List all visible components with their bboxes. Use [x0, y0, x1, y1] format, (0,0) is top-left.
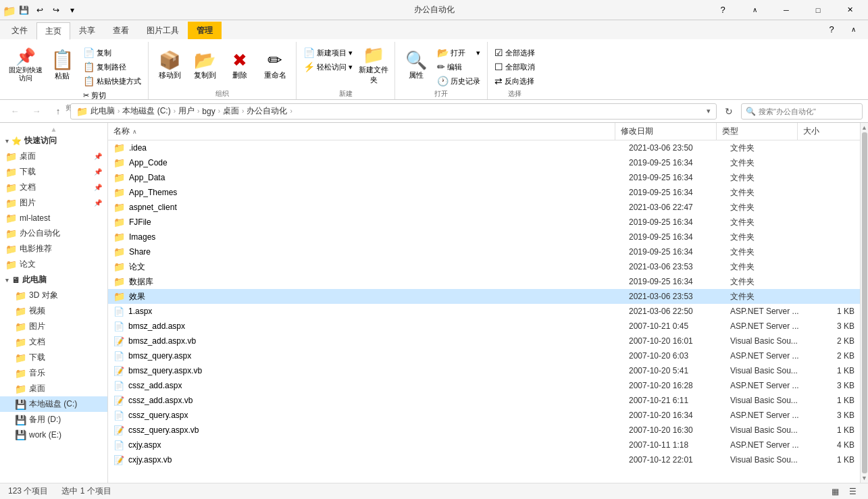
breadcrumb-bgy[interactable]: bgy — [202, 107, 215, 116]
refresh-button[interactable]: ↻ — [719, 103, 738, 120]
copy-to-button[interactable]: 📂 复制到 — [188, 43, 222, 88]
table-row[interactable]: 📁 .idea 2021-03-06 23:50 文件夹 — [108, 140, 860, 155]
table-row[interactable]: 📁 App_Themes 2019-09-25 16:34 文件夹 — [108, 185, 860, 200]
table-row[interactable]: 📁 效果 2021-03-06 23:53 文件夹 — [108, 289, 860, 304]
breadcrumb-users[interactable]: 用户 — [178, 105, 195, 117]
qat-redo-button[interactable]: ↪ — [49, 3, 63, 18]
table-row[interactable]: 📄 cssz_query.aspx 2007-10-20 16:34 ASP.N… — [108, 408, 860, 423]
table-row[interactable]: 📁 App_Code 2019-09-25 16:34 文件夹 — [108, 155, 860, 170]
maximize-button[interactable]: □ — [802, 0, 834, 20]
pin-to-quick-access-button[interactable]: 📌 固定到快速访问 — [7, 43, 44, 88]
search-box[interactable]: 🔍 — [741, 103, 863, 120]
close-button[interactable]: ✕ — [834, 0, 865, 20]
table-row[interactable]: 📁 App_Data 2019-09-25 16:34 文件夹 — [108, 170, 860, 185]
view-list-button[interactable]: ☰ — [845, 485, 860, 498]
table-row[interactable]: 📁 FJFile 2019-09-25 16:34 文件夹 — [108, 215, 860, 230]
qat-save-button[interactable]: 💾 — [16, 3, 31, 18]
sidebar-item-ml[interactable]: 📁 ml-latest — [0, 211, 107, 226]
view-grid-button[interactable]: ▦ — [827, 485, 842, 498]
table-row[interactable]: 📄 bmsz_add.aspx 2007-10-21 0:45 ASP.NET … — [108, 319, 860, 334]
collapse-ribbon-button[interactable]: ∧ — [739, 0, 770, 20]
minimize-button[interactable]: ─ — [771, 0, 802, 20]
sidebar-scroll-up[interactable]: ▲ — [0, 126, 107, 133]
paste-button[interactable]: 📋 粘贴 — [45, 43, 79, 88]
sidebar-item-c[interactable]: 💾 本地磁盘 (C:) — [0, 396, 107, 412]
tab-manage[interactable]: 管理 — [188, 22, 222, 39]
sidebar-item-music[interactable]: 📁 音乐 — [0, 365, 107, 381]
select-all-button[interactable]: ☑ 全部选择 — [492, 46, 538, 59]
tab-picture-tools[interactable]: 图片工具 — [138, 22, 188, 39]
tab-file[interactable]: 文件 — [3, 22, 36, 39]
breadcrumb-thispc[interactable]: 此电脑 — [91, 105, 115, 117]
sidebar-item-video[interactable]: 📁 视频 — [0, 303, 107, 319]
rename-button[interactable]: ✏ 重命名 — [258, 43, 292, 88]
sidebar-item-docs2[interactable]: 📁 文档 — [0, 334, 107, 350]
easy-access-button[interactable]: ⚡ 轻松访问 ▾ — [301, 60, 355, 74]
table-row[interactable]: 📁 aspnet_client 2021-03-06 22:47 文件夹 — [108, 200, 860, 215]
sidebar-item-movies[interactable]: 📁 电影推荐 — [0, 241, 107, 257]
right-scrollbar[interactable]: ▲ ▼ — [860, 123, 868, 483]
paste-shortcut-button[interactable]: 📋 粘贴快捷方式 — [80, 74, 144, 88]
sidebar-item-desktop2[interactable]: 📁 桌面 — [0, 381, 107, 396]
properties-button[interactable]: 🔍 属性 — [399, 43, 433, 88]
new-folder-button[interactable]: 📁 新建文件夹 — [357, 43, 390, 88]
table-row[interactable]: 📄 bmsz_query.aspx 2007-10-20 6:03 ASP.NE… — [108, 348, 860, 363]
sidebar-item-desktop1[interactable]: 📁 桌面 📌 — [0, 149, 107, 164]
col-header-size[interactable]: 大小 — [798, 123, 852, 140]
tab-view[interactable]: 查看 — [104, 22, 138, 39]
breadcrumb-folder[interactable]: 办公自动化 — [247, 105, 287, 117]
table-row[interactable]: 📝 cssz_query.aspx.vb 2007-10-20 16:30 Vi… — [108, 423, 860, 438]
invert-selection-button[interactable]: ⇄ 反向选择 — [492, 74, 538, 88]
history-button[interactable]: 🕐 历史记录 — [434, 74, 483, 88]
col-header-name[interactable]: 名称 ∧ — [108, 123, 615, 140]
sidebar-item-office[interactable]: 📁 办公自动化 — [0, 226, 107, 241]
cut-button[interactable]: ✂ 剪切 — [80, 88, 144, 102]
table-row[interactable]: 📝 cxjy.aspx.vb 2007-10-12 22:01 Visual B… — [108, 452, 860, 467]
table-row[interactable]: 📄 cxjy.aspx 2007-10-11 1:18 ASP.NET Serv… — [108, 438, 860, 452]
table-row[interactable]: 📝 cssz_add.aspx.vb 2007-10-21 6:11 Visua… — [108, 393, 860, 408]
qat-undo-button[interactable]: ↩ — [32, 3, 47, 18]
new-item-button[interactable]: 📄 新建项目 ▾ — [301, 46, 355, 59]
file-list-body[interactable]: 📁 .idea 2021-03-06 23:50 文件夹 📁 App_Code … — [108, 140, 860, 483]
deselect-all-button[interactable]: ☐ 全部取消 — [492, 60, 538, 74]
copy-path-button[interactable]: 📋 复制路径 — [80, 60, 144, 74]
ribbon-help-button[interactable]: ? — [822, 19, 841, 39]
tab-home[interactable]: 主页 — [36, 22, 70, 40]
sidebar-item-e[interactable]: 💾 work (E:) — [0, 427, 107, 442]
ribbon-collapse-button[interactable]: ∧ — [844, 19, 863, 39]
col-header-type[interactable]: 类型 — [717, 123, 798, 140]
table-row[interactable]: 📁 数据库 2019-09-25 16:34 文件夹 — [108, 274, 860, 289]
address-dropdown-button[interactable]: ▾ — [707, 107, 711, 115]
back-button[interactable]: ← — [5, 103, 24, 120]
open-button[interactable]: 📂 打开 ▾ — [434, 46, 483, 59]
copy-button[interactable]: 📄 复制 — [80, 46, 144, 59]
table-row[interactable]: 📝 bmsz_query.aspx.vb 2007-10-20 5:41 Vis… — [108, 363, 860, 378]
sidebar-item-thesis[interactable]: 📁 论文 — [0, 257, 107, 272]
edit-button[interactable]: ✏ 编辑 — [434, 60, 483, 74]
scroll-thumb[interactable] — [862, 132, 867, 473]
scroll-up-arrow[interactable]: ▲ — [861, 123, 867, 131]
sidebar-item-pictures1[interactable]: 📁 图片 📌 — [0, 195, 107, 211]
sidebar-item-downloads1[interactable]: 📁 下载 📌 — [0, 164, 107, 180]
qat-dropdown-button[interactable]: ▾ — [65, 3, 80, 18]
table-row[interactable]: 📁 Images 2019-09-25 16:34 文件夹 — [108, 230, 860, 244]
table-row[interactable]: 📝 bmsz_add.aspx.vb 2007-10-20 16:01 Visu… — [108, 334, 860, 348]
search-input[interactable] — [759, 107, 858, 115]
table-row[interactable]: 📄 1.aspx 2021-03-06 22:50 ASP.NET Server… — [108, 304, 860, 319]
table-row[interactable]: 📁 Share 2019-09-25 16:34 文件夹 — [108, 244, 860, 259]
forward-button[interactable]: → — [27, 103, 46, 120]
up-button[interactable]: ↑ — [49, 103, 68, 120]
delete-button[interactable]: ✖ 删除 — [223, 43, 257, 88]
breadcrumb-c[interactable]: 本地磁盘 (C:) — [122, 105, 170, 117]
table-row[interactable]: 📁 论文 2021-03-06 23:53 文件夹 — [108, 259, 860, 274]
help-button[interactable]: ? — [707, 0, 738, 20]
sidebar-thispc-header[interactable]: ▾ 🖥 此电脑 — [0, 272, 107, 288]
sidebar-item-downloads2[interactable]: 📁 下载 — [0, 350, 107, 365]
address-path[interactable]: 📁 此电脑 › 本地磁盘 (C:) › 用户 › bgy › 桌面 › 办公自动… — [70, 103, 717, 120]
sidebar-item-d[interactable]: 💾 备用 (D:) — [0, 412, 107, 427]
sidebar-item-3d[interactable]: 📁 3D 对象 — [0, 288, 107, 303]
tab-share[interactable]: 共享 — [70, 22, 104, 39]
scroll-down-arrow[interactable]: ▼ — [861, 475, 867, 483]
table-row[interactable]: 📄 cssz_add.aspx 2007-10-20 16:28 ASP.NET… — [108, 378, 860, 393]
col-header-date[interactable]: 修改日期 — [615, 123, 717, 140]
